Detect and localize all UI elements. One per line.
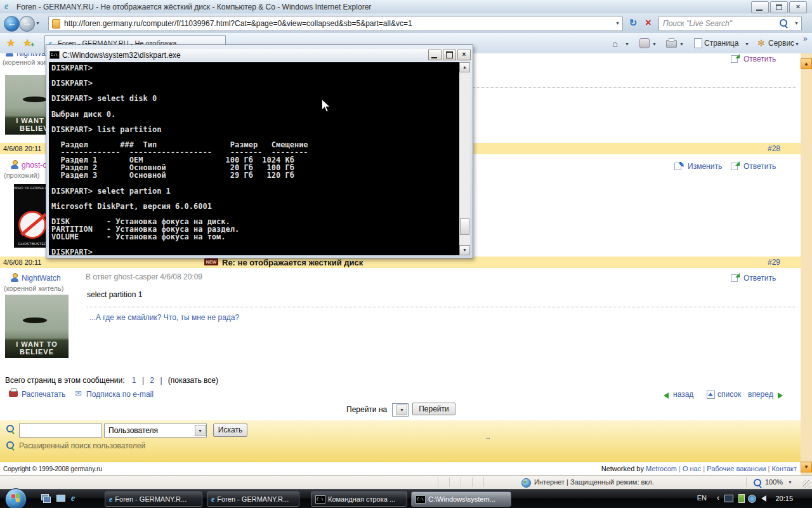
home-dropdown-icon[interactable]: ▼ (625, 42, 629, 46)
window-controls: × (751, 1, 807, 13)
tray-expand-icon[interactable]: ‹ (717, 493, 719, 502)
post29-user-link[interactable]: NightWatch (22, 274, 61, 283)
clock[interactable]: 20:15 (775, 495, 793, 502)
quick-launch-show-desktop-icon[interactable] (56, 493, 66, 504)
post29-date: 4/6/08 20:11 (3, 258, 41, 266)
url-input[interactable] (63, 17, 605, 30)
restore-icon (776, 4, 782, 10)
mouse-cursor (321, 98, 332, 114)
reply-icon (731, 161, 740, 170)
quick-launch-ie-icon[interactable]: e (71, 493, 81, 504)
scrollbar-thumb[interactable] (460, 218, 469, 235)
console-body[interactable]: DISKPART> DISKPART> DISKPART> select dis… (49, 62, 470, 255)
post28-reply-link[interactable]: Ответить (743, 162, 776, 171)
rss-icon[interactable] (639, 38, 650, 48)
page-menu-dropdown-icon[interactable]: ▼ (745, 42, 749, 46)
url-dropdown-icon[interactable]: ▼ (615, 21, 620, 25)
page-scrollbar[interactable]: ▲ ▼ (801, 53, 812, 475)
metrocom-link[interactable]: Metrocom (646, 465, 677, 472)
user-search-input[interactable] (19, 424, 102, 438)
search-button[interactable]: Искать (213, 424, 247, 437)
tools-dropdown-icon[interactable]: ▼ (795, 42, 799, 46)
display-tray-icon[interactable] (724, 495, 733, 502)
show-all-link[interactable]: (показать все) (168, 376, 218, 385)
search-icon[interactable] (780, 19, 787, 27)
search-dropdown-icon[interactable]: ▼ (794, 21, 799, 25)
console-maximize-button[interactable] (443, 50, 456, 60)
close-button[interactable]: × (789, 1, 807, 13)
search-type-value: Пользователя (108, 426, 158, 435)
scroll-up-icon[interactable]: ▲ (459, 62, 470, 72)
battery-tray-icon[interactable] (738, 494, 745, 503)
status-divider (449, 478, 450, 487)
network-tray-icon[interactable] (748, 495, 756, 503)
scroll-down-icon[interactable]: ▼ (459, 245, 470, 255)
page-1-link[interactable]: 1 (132, 376, 136, 385)
jump-select[interactable]: ▼ (392, 403, 409, 417)
console-titlebar[interactable]: C:\ C:\Windows\system32\diskpart.exe × (48, 49, 471, 61)
post29-number-link[interactable]: #29 (768, 258, 780, 267)
language-indicator[interactable]: EN (697, 494, 707, 502)
restore-button[interactable] (770, 1, 788, 13)
page-menu[interactable]: Страница (704, 39, 738, 48)
print-icon[interactable] (666, 40, 677, 48)
status-divider (483, 478, 484, 487)
console-scrollbar[interactable]: ▲ ▼ (459, 62, 470, 255)
search-type-select[interactable]: Пользователя ▼ (104, 424, 207, 438)
minimize-button[interactable] (751, 1, 769, 13)
quick-launch-switch-windows-icon[interactable] (41, 493, 51, 504)
taskbar-button-label: Командная строка ... (328, 495, 395, 503)
taskbar-button-cmd-1[interactable]: C:\ Командная строка ... (311, 491, 407, 507)
jobs-link[interactable]: Рабочие вакансии (707, 465, 766, 472)
more-toolbar-icon[interactable]: » (803, 34, 808, 43)
live-search-input[interactable] (662, 17, 775, 30)
list-link[interactable]: список (717, 390, 741, 399)
history-dropdown-icon[interactable]: ▼ (36, 21, 40, 25)
console-minimize-button[interactable] (428, 50, 442, 60)
gear-icon[interactable]: ✻ (757, 38, 765, 48)
start-button[interactable] (5, 488, 27, 508)
post28-number-link[interactable]: #28 (768, 144, 780, 153)
forward-link[interactable]: вперед (748, 390, 773, 399)
post28-date: 4/6/08 20:11 (3, 145, 41, 152)
forward-button[interactable]: → (19, 16, 35, 32)
back-link[interactable]: назад (673, 390, 693, 399)
post29-reply-link[interactable]: Ответить (743, 274, 776, 283)
console-window[interactable]: C:\ C:\Windows\system32\diskpart.exe × D… (46, 44, 473, 258)
console-title: C:\Windows\system32\diskpart.exe (62, 51, 427, 60)
refresh-button[interactable]: ↻ (626, 16, 640, 30)
stop-button[interactable]: × (641, 16, 655, 30)
back-button[interactable]: ← (4, 16, 20, 32)
address-bar: ← → ▼ ▼ ↻ × ▼ (0, 13, 812, 33)
favorites-icon[interactable]: ★ (6, 37, 15, 49)
advanced-search-link[interactable]: Расширенный поиск пользователей (19, 441, 145, 450)
tools-menu[interactable]: Сервис (768, 39, 794, 48)
reply-icon (731, 273, 740, 281)
print-dropdown-icon[interactable]: ▼ (679, 42, 684, 46)
scroll-up-icon[interactable]: ▲ (801, 58, 812, 69)
taskbar-button-foren-2[interactable]: e Foren - GERMANY.R... (207, 491, 299, 507)
scroll-down-icon[interactable]: ▼ (801, 462, 812, 472)
ie-icon: e (109, 495, 112, 504)
volume-tray-icon[interactable] (761, 495, 766, 502)
footer-separator: | (703, 465, 705, 472)
page-menu-icon[interactable] (694, 38, 702, 48)
resize-grip[interactable] (802, 480, 811, 488)
console-close-button[interactable]: × (457, 50, 471, 60)
reply-link[interactable]: Ответить (743, 55, 776, 64)
zoom-dropdown-icon[interactable]: ▼ (788, 480, 792, 485)
zoom-level[interactable]: 100% (765, 478, 783, 486)
taskbar-button-foren-1[interactable]: e Foren - GERMANY.R... (105, 491, 202, 507)
jump-button[interactable]: Перейти (412, 403, 455, 415)
post28-edit-link[interactable]: Изменить (688, 162, 722, 171)
subscribe-link[interactable]: Подписка по e-mail (86, 390, 154, 399)
about-link[interactable]: О нас (683, 465, 701, 472)
page-2-link[interactable]: 2 (150, 376, 154, 385)
print-link[interactable]: Распечатать (22, 390, 65, 399)
taskbar-button-cmd-active[interactable]: C:\ C:\Windows\system... (411, 491, 511, 507)
url-box: ▼ (48, 16, 623, 31)
zoom-icon[interactable] (754, 479, 761, 486)
rss-dropdown-icon[interactable]: ▼ (652, 42, 657, 46)
contact-link[interactable]: Контакт (771, 465, 797, 472)
home-icon[interactable]: ⌂ (612, 38, 618, 49)
